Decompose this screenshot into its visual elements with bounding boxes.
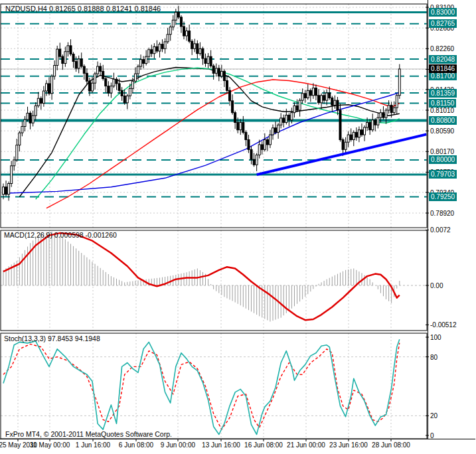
panel-borders bbox=[0, 0, 475, 441]
stoch-scale-label: 80 bbox=[430, 353, 437, 362]
price-axis-label: 0.80170 bbox=[430, 147, 454, 156]
current-price-label: 0.81846 bbox=[429, 64, 457, 73]
mt4-chart-window: NZDUSD,H4 0.81265 0.81888 0.81241 0.8184… bbox=[0, 0, 476, 454]
level-price-label: 0.80000 bbox=[429, 155, 457, 164]
macd-scale-label: 0.0072 bbox=[430, 226, 451, 234]
trendline bbox=[257, 134, 427, 175]
price-axis-label: 0.80590 bbox=[430, 127, 454, 135]
stoch-scale-label: 20 bbox=[430, 412, 437, 420]
ma-black bbox=[19, 68, 399, 197]
time-axis-label: 28 Jun 08:00 bbox=[363, 441, 419, 449]
level-price-label: 0.81150 bbox=[429, 99, 456, 108]
level-price-label: 0.82048 bbox=[429, 55, 457, 64]
symbol-ohlc-title: NZDUSD,H4 0.81265 0.81888 0.81241 0.8184… bbox=[5, 5, 161, 13]
stoch-d-line bbox=[3, 343, 400, 430]
level-price-label: 0.82765 bbox=[429, 19, 457, 28]
macd-scale-label: 0.00 bbox=[430, 281, 443, 290]
level-price-label: 0.80800 bbox=[429, 116, 457, 125]
stoch-scale-label: 100 bbox=[430, 333, 441, 342]
price-axis-label: 0.78920 bbox=[430, 209, 454, 218]
platform-copyright: FxPro MT4, © 2001-2011 MetaQuotes Softwa… bbox=[4, 430, 173, 438]
level-price-label: 0.83000 bbox=[429, 8, 457, 17]
stoch-scale-label: 0 bbox=[430, 431, 434, 440]
stoch-k-line bbox=[3, 339, 400, 434]
stochastic-indicator-label: Stoch(13,3,3) 97.8453 94.1948 bbox=[4, 335, 100, 342]
support-resistance-levels bbox=[1, 12, 427, 196]
macd-indicator-label: MACD(12,26,9) 0.000598 -0.001260 bbox=[4, 231, 117, 239]
level-price-label: 0.79703 bbox=[429, 170, 457, 179]
level-price-label: 0.81359 bbox=[429, 89, 457, 98]
chart-canvas[interactable] bbox=[0, 0, 476, 454]
level-price-label: 0.79250 bbox=[429, 192, 457, 201]
price-axis-label: 0.82260 bbox=[430, 44, 454, 53]
macd-scale-label: -0.00512 bbox=[430, 321, 456, 329]
